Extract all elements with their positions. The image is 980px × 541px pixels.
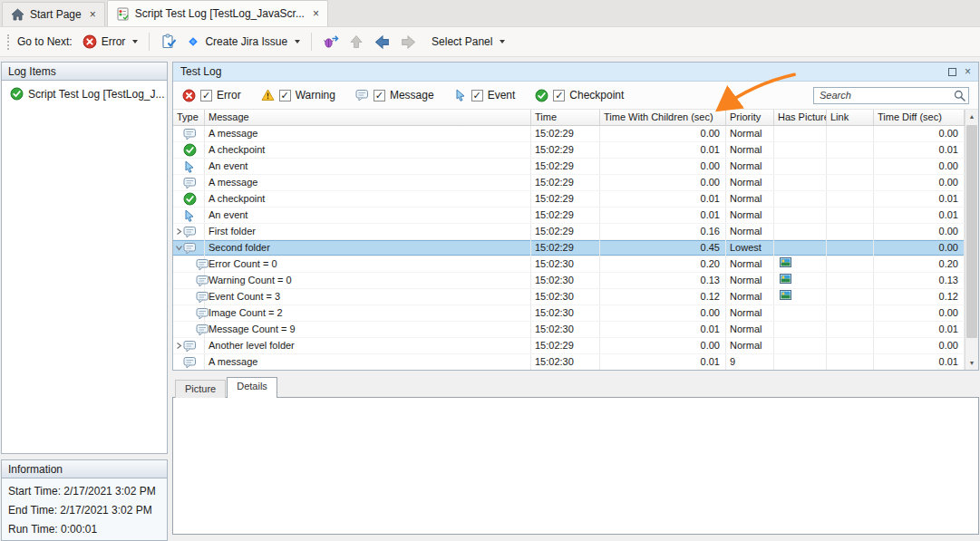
link-cell <box>827 240 874 256</box>
column-header-link[interactable]: Link <box>827 110 874 125</box>
time-cell: 15:02:29 <box>531 175 600 190</box>
scroll-down-icon[interactable]: ▼ <box>965 356 978 370</box>
post-results-button[interactable] <box>156 31 181 53</box>
time-with-children-cell: 0.20 <box>600 256 726 272</box>
priority-cell: Normal <box>726 305 774 321</box>
log-items-title: Log Items <box>8 65 56 78</box>
expand-chevron-icon[interactable] <box>175 342 183 350</box>
message-icon <box>355 89 369 101</box>
navigate-back-button[interactable] <box>369 31 395 53</box>
column-header-has-picture[interactable]: Has Picture <box>774 110 827 125</box>
vertical-scrollbar[interactable]: ▲ ▼ <box>965 110 978 370</box>
log-row[interactable]: A message15:02:290.00Normal0.00 <box>173 126 965 142</box>
link-cell <box>827 175 874 190</box>
go-to-next-error-dropdown[interactable]: Error <box>78 32 143 52</box>
filter-error-checkbox[interactable]: ✓ <box>200 90 212 101</box>
create-jira-issue-button[interactable]: Create Jira Issue <box>181 32 305 52</box>
search-input[interactable] <box>813 87 969 104</box>
log-row[interactable]: A message15:02:290.00Normal0.00 <box>173 175 965 191</box>
post-defect-button[interactable] <box>318 31 344 53</box>
bug-report-icon <box>323 34 339 50</box>
column-header-time-with-children-sec[interactable]: Time With Children (sec) <box>600 110 726 125</box>
close-tab-icon[interactable]: × <box>313 9 319 18</box>
column-header-message[interactable]: Message <box>205 110 531 125</box>
link-cell <box>827 142 874 158</box>
select-panel-dropdown[interactable]: Select Panel <box>427 33 509 51</box>
scroll-up-icon[interactable]: ▲ <box>965 110 978 123</box>
message-icon <box>183 226 197 238</box>
log-items-tree-item[interactable]: Script Test Log [TestLog_J... <box>2 81 167 101</box>
has-picture-cell <box>774 338 827 353</box>
link-cell <box>827 256 874 272</box>
time-diff-cell: 0.00 <box>874 224 965 239</box>
log-row[interactable]: A checkpoint15:02:290.01Normal0.01 <box>173 142 965 159</box>
time-diff-cell: 0.01 <box>874 322 965 337</box>
time-diff-cell: 0.01 <box>874 191 965 207</box>
filter-warning-checkbox[interactable]: ✓ <box>279 90 291 101</box>
message-cell: Warning Count = 0 <box>205 273 531 288</box>
priority-cell: Normal <box>726 224 774 239</box>
time-diff-cell: 0.00 <box>874 175 965 190</box>
filter-label: Error <box>217 89 241 101</box>
tab-script-test-log[interactable]: Script Test Log [TestLog_JavaScr... × <box>107 0 328 26</box>
message-cell: A checkpoint <box>205 191 531 207</box>
has-picture-cell <box>774 240 827 256</box>
log-row[interactable]: Another level folder15:02:290.00Normal0.… <box>173 338 965 354</box>
filter-checkpoint-checkbox[interactable]: ✓ <box>553 90 565 101</box>
time-diff-cell: 0.20 <box>874 256 965 272</box>
close-tab-icon[interactable]: × <box>90 10 96 19</box>
log-row[interactable]: Second folder15:02:290.45Lowest0.00 <box>173 240 965 256</box>
tab-start-page[interactable]: Start Page × <box>2 2 105 26</box>
scrollbar-thumb[interactable] <box>966 125 977 338</box>
tab-details[interactable]: Details <box>227 377 277 398</box>
type-cell <box>173 273 205 288</box>
picture-icon[interactable] <box>778 257 791 267</box>
log-row[interactable]: Error Count = 015:02:300.20Normal0.20 <box>173 256 965 273</box>
warning-icon <box>261 89 275 101</box>
log-row[interactable]: A message15:02:300.0190.01 <box>173 354 965 370</box>
log-row[interactable]: Warning Count = 015:02:300.13Normal0.13 <box>173 273 965 289</box>
details-content[interactable] <box>172 397 979 535</box>
log-row[interactable]: A checkpoint15:02:290.01Normal0.01 <box>173 191 965 208</box>
toolbar-grip[interactable] <box>7 34 10 50</box>
filter-event-checkbox[interactable]: ✓ <box>471 90 483 101</box>
picture-icon[interactable] <box>778 290 791 300</box>
picture-icon[interactable] <box>778 274 791 284</box>
collapse-chevron-icon[interactable] <box>175 244 183 252</box>
up-arrow-icon <box>348 34 364 50</box>
log-row[interactable]: An event15:02:290.01Normal0.01 <box>173 208 965 224</box>
column-header-type[interactable]: Type <box>173 110 205 125</box>
log-row[interactable]: Image Count = 215:02:300.00Normal0.00 <box>173 305 965 322</box>
log-row[interactable]: An event15:02:290.00Normal0.00 <box>173 159 965 175</box>
priority-cell: Normal <box>726 208 774 223</box>
tab-label: Start Page <box>30 8 82 21</box>
filter-event: ✓Event <box>454 89 516 101</box>
message-cell: A message <box>205 126 531 141</box>
link-cell <box>827 338 874 353</box>
time-cell: 15:02:29 <box>531 191 600 207</box>
log-row[interactable]: Message Count = 915:02:300.01Normal0.01 <box>173 322 965 338</box>
create-jira-issue-label: Create Jira Issue <box>205 35 287 48</box>
column-header-time[interactable]: Time <box>531 110 600 125</box>
log-row[interactable]: First folder15:02:290.16Normal0.00 <box>173 224 965 240</box>
has-picture-cell <box>774 354 827 370</box>
float-panel-icon[interactable] <box>948 68 956 76</box>
close-panel-icon[interactable]: × <box>965 67 971 76</box>
log-row[interactable]: Event Count = 315:02:300.12Normal0.12 <box>173 289 965 305</box>
time-with-children-cell: 0.16 <box>600 224 726 239</box>
tab-label: Script Test Log [TestLog_JavaScr... <box>135 7 305 20</box>
column-header-time-diff-sec[interactable]: Time Diff (sec) <box>874 110 965 125</box>
test-log-panel: Test Log × ✓Error✓Warning✓Message✓Event✓… <box>172 62 979 541</box>
tree-item-label: Script Test Log [TestLog_J... <box>28 88 165 101</box>
information-lines: Start Time: 2/17/2021 3:02 PMEnd Time: 2… <box>1 478 168 541</box>
link-cell <box>827 126 874 141</box>
tab-picture[interactable]: Picture <box>175 380 226 398</box>
column-header-priority[interactable]: Priority <box>726 110 774 125</box>
message-icon <box>183 242 197 255</box>
filter-message-checkbox[interactable]: ✓ <box>374 90 385 101</box>
expand-chevron-icon[interactable] <box>175 227 183 236</box>
time-with-children-cell: 0.45 <box>600 240 726 256</box>
navigate-up-button[interactable] <box>344 31 369 53</box>
log-items-body: Script Test Log [TestLog_J... <box>1 81 168 454</box>
navigate-forward-button[interactable] <box>395 31 422 53</box>
